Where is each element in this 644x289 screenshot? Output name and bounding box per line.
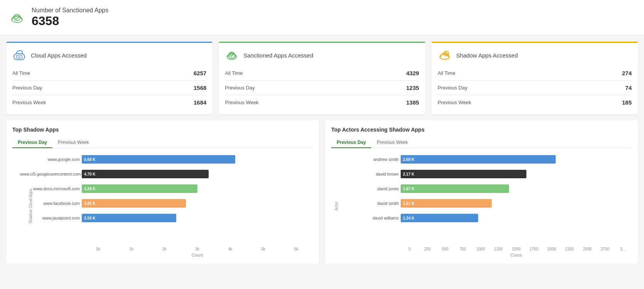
bar-fill: 3.50 K xyxy=(82,214,176,222)
cloud-card-title: Cloud Apps Accessed xyxy=(31,52,87,59)
bar-row: david williams 1.34 K xyxy=(401,213,632,223)
bar-label: david williams xyxy=(339,216,399,220)
cloud-prevweek-value: 1684 xyxy=(194,99,206,106)
bar-row: www.docs.microsoft.com 4.29 K xyxy=(82,184,313,194)
bar-label: david jones xyxy=(339,186,399,191)
cloud-card-header: Cloud Apps Accessed xyxy=(6,42,212,66)
bar-label: www.ci5.googleusercontent.com xyxy=(20,172,80,176)
xaxis-tick: 750 xyxy=(454,247,472,251)
xaxis-tick: 0k xyxy=(82,247,115,251)
shadow-apps-tabs: Previous Day Previous Week xyxy=(12,137,313,148)
sanctioned-prevweek-label: Previous Week xyxy=(225,100,258,105)
cloud-prevweek-label: Previous Week xyxy=(12,100,46,105)
cloud-prevday-label: Previous Day xyxy=(12,85,42,91)
bar-fill: 4.29 K xyxy=(82,184,197,193)
sanctioned-card-title: Sanctioned Apps Accessed xyxy=(243,52,313,59)
shadow-prevweek-row: Previous Week 185 xyxy=(438,95,632,110)
bar-label: www.facebook.com xyxy=(20,201,80,206)
bar-label: david smith xyxy=(339,201,399,206)
sanctioned-alltime-label: All Time xyxy=(225,70,243,76)
shadow-apps-xlabel: Count xyxy=(20,253,313,257)
shadow-card-header: Shadow Apps Accessed xyxy=(432,42,638,66)
xaxis-tick: 500 xyxy=(436,247,454,251)
bar-label: andrew smith xyxy=(339,157,399,162)
actors-tabs: Previous Day Previous Week xyxy=(331,137,632,148)
shadow-alltime-value: 274 xyxy=(622,70,632,76)
bar-row: david smith 1.57 K xyxy=(401,198,632,208)
header-title: Number of Sanctioned Apps xyxy=(32,7,108,14)
shadow-prevday-row: Previous Day 74 xyxy=(438,80,632,95)
svg-point-10 xyxy=(446,54,447,55)
header-text: Number of Sanctioned Apps 6358 xyxy=(32,7,108,28)
xaxis-tick: 0 xyxy=(401,247,418,251)
top-actors-chart: Top Actors Accessing Shadow Apps Previou… xyxy=(325,120,638,264)
top-shadow-apps-chart: Top Shadow Apps Previous Day Previous We… xyxy=(6,120,319,264)
cloud-apps-card: Cloud Apps Accessed All Time 6257 Previo… xyxy=(6,42,212,114)
bar-row: www.google.com 5.68 K xyxy=(82,154,313,164)
cloud-alltime-value: 6257 xyxy=(194,70,206,76)
bar-label: www.javatpoint.com xyxy=(20,216,80,220)
bar-label: www.docs.microsoft.com xyxy=(20,186,80,191)
cards-row: Cloud Apps Accessed All Time 6257 Previo… xyxy=(0,42,644,114)
shadow-apps-chart-title: Top Shadow Apps xyxy=(12,127,313,133)
shadow-alltime-label: All Time xyxy=(438,70,455,76)
shadow-prevday-label: Previous Day xyxy=(438,85,467,91)
sanctioned-alltime-value: 4329 xyxy=(406,70,419,76)
bar-fill: 1.57 K xyxy=(401,199,492,208)
sanctioned-card-header: Sanctioned Apps Accessed xyxy=(219,42,425,66)
bar-row: www.facebook.com 3.85 K xyxy=(82,198,313,208)
actors-yaxis-label: Actor xyxy=(334,201,339,210)
xaxis-tick: 1k xyxy=(115,247,148,251)
sanctioned-prevweek-row: Previous Week 1385 xyxy=(225,95,419,110)
bar-row: david brown 2.17 K xyxy=(401,169,632,179)
bar-fill: 1.87 K xyxy=(401,184,509,193)
bar-fill: 2.68 K xyxy=(401,155,556,164)
shadow-apps-bar-area: www.google.com 5.68 K www.ci5.googleuser… xyxy=(20,154,313,247)
actors-bar-area: andrew smith 2.68 K david brown 2.17 K d… xyxy=(339,154,632,247)
xaxis-tick: 2000 xyxy=(543,247,561,251)
actors-xlabel: Count xyxy=(339,253,632,257)
bar-row: www.javatpoint.com 3.50 K xyxy=(82,213,313,223)
cloud-card-rows: All Time 6257 Previous Day 1568 Previous… xyxy=(6,66,212,114)
shadow-cloud-icon xyxy=(438,48,452,62)
xaxis-tick: 2750 xyxy=(596,247,614,251)
shadow-apps-tab-prevday[interactable]: Previous Day xyxy=(12,137,52,148)
bar-fill: 3.85 K xyxy=(82,199,186,208)
bar-row: www.ci5.googleusercontent.com 4.70 K xyxy=(82,169,313,179)
xaxis-tick: 6k xyxy=(280,247,313,251)
sanctioned-apps-card: Sanctioned Apps Accessed All Time 4329 P… xyxy=(219,42,425,114)
sanctioned-prevday-value: 1235 xyxy=(406,85,419,91)
xaxis-tick: 2250 xyxy=(561,247,578,251)
bar-row: david jones 1.87 K xyxy=(401,184,632,194)
bar-row: andrew smith 2.68 K xyxy=(401,154,632,164)
actors-tab-prevday[interactable]: Previous Day xyxy=(331,137,371,148)
sanctioned-apps-header-icon xyxy=(9,10,25,25)
cloud-prevday-row: Previous Day 1568 xyxy=(12,80,206,95)
actors-chart-title: Top Actors Accessing Shadow Apps xyxy=(331,127,632,133)
shadow-card-title: Shadow Apps Accessed xyxy=(456,52,518,59)
shadow-card-rows: All Time 274 Previous Day 74 Previous We… xyxy=(432,66,638,114)
xaxis-tick: 4k xyxy=(214,247,247,251)
xaxis-tick: 1750 xyxy=(525,247,543,251)
bar-fill: 5.68 K xyxy=(82,155,235,164)
bar-fill: 1.34 K xyxy=(401,214,478,222)
xaxis-tick: 3... xyxy=(614,247,632,251)
bar-fill: 2.17 K xyxy=(401,170,526,178)
cloud-prevweek-row: Previous Week 1684 xyxy=(12,95,206,110)
header-value: 6358 xyxy=(32,14,108,28)
sanctioned-cloud-icon xyxy=(225,48,239,62)
shadow-prevweek-label: Previous Week xyxy=(438,100,471,105)
actors-tab-prevweek[interactable]: Previous Week xyxy=(371,137,413,148)
xaxis-tick: 1000 xyxy=(472,247,489,251)
charts-row: Top Shadow Apps Previous Day Previous We… xyxy=(0,120,644,264)
xaxis-tick: 2500 xyxy=(578,247,596,251)
shadow-apps-tab-prevweek[interactable]: Previous Week xyxy=(52,137,94,148)
xaxis-tick: 2k xyxy=(148,247,181,251)
sanctioned-prevday-row: Previous Day 1235 xyxy=(225,80,419,95)
sanctioned-prevweek-value: 1385 xyxy=(406,99,419,106)
xaxis-tick: 1250 xyxy=(489,247,507,251)
sanctioned-card-rows: All Time 4329 Previous Day 1235 Previous… xyxy=(219,66,425,114)
bar-label: www.google.com xyxy=(20,157,80,162)
cloud-prevday-value: 1568 xyxy=(194,85,206,91)
top-header: Number of Sanctioned Apps 6358 xyxy=(0,0,644,35)
